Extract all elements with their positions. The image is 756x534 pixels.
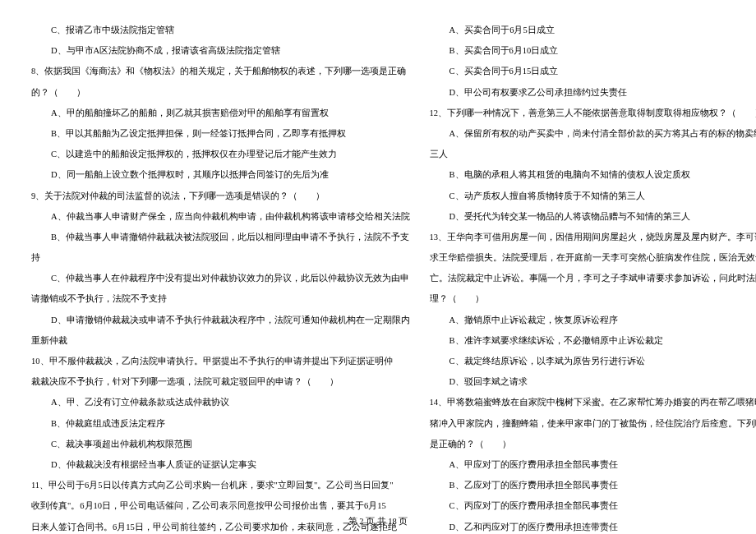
option-line: D、驳回李斌之请求 xyxy=(430,371,756,392)
question-line: 收到传真"。6月10日，甲公司电话催问，乙公司表示同意按甲公司报价出售，要其于6… xyxy=(31,495,410,516)
option-line: B、仲裁当事人申请撤销仲裁裁决被法院驳回，此后以相同理由申请不予执行，法院不予支 xyxy=(31,227,410,247)
continuation-line: 三人 xyxy=(430,144,756,164)
question-line: 裁裁决应不予执行，针对下列哪一选项，法院可裁定驳回甲的申请？（ ） xyxy=(31,371,410,392)
option-line: C、仲裁当事人在仲裁程序中没有提出对仲裁协议效力的异议，此后以仲裁协议无效为由申 xyxy=(31,268,410,288)
option-line: B、甲以其船舶为乙设定抵押担保，则一经签订抵押合同，乙即享有抵押权 xyxy=(31,123,410,144)
option-line: D、同一船舶上设立数个抵押权时，其顺序以抵押合同签订的先后为准 xyxy=(31,164,410,185)
option-line: C、报请乙市中级法院指定管辖 xyxy=(31,20,410,40)
question-line: 是正确的？（ ） xyxy=(430,434,756,454)
continuation-line: 请撤销或不予执行，法院不予支持 xyxy=(31,288,410,309)
option-line: A、保留所有权的动产买卖中，尚未付清全部价款的买方将其占有的标的物卖给不知情的第 xyxy=(430,123,756,144)
left-column: C、报请乙市中级法院指定管辖 D、与甲市A区法院协商不成，报请该省高级法院指定管… xyxy=(31,20,410,501)
question-line: 猪冲入甲家院内，撞翻蜂箱，使来甲家串门的丁被蛰伤，经住院治疗后痊愈。下列哪一种说… xyxy=(430,413,756,434)
option-line: C、买卖合同于6月15日成立 xyxy=(430,61,756,81)
option-line: B、买卖合同于6月10日成立 xyxy=(430,40,756,61)
option-line: A、撤销原中止诉讼裁定，恢复原诉讼程序 xyxy=(430,310,756,330)
option-line: A、买卖合同于6月5日成立 xyxy=(430,20,756,40)
option-line: C、动产质权人擅自将质物转质于不知情的第三人 xyxy=(430,186,756,206)
option-line: C、裁定终结原诉讼，以李斌为原告另行进行诉讼 xyxy=(430,351,756,371)
question-line: 的？（ ） xyxy=(31,82,410,103)
option-line: D、甲公司有权要求乙公司承担缔约过失责任 xyxy=(430,82,756,103)
option-line: B、乙应对丁的医疗费用承担全部民事责任 xyxy=(430,475,756,495)
option-line: D、仲裁裁决没有根据经当事人质证的证据认定事实 xyxy=(31,454,410,475)
option-line: D、申请撤销仲裁裁决或申请不予执行仲裁裁决程序中，法院可通知仲裁机构在一定期限内 xyxy=(31,310,410,330)
option-line: D、与甲市A区法院协商不成，报请该省高级法院指定管辖 xyxy=(31,40,410,61)
question-line: 13、王华向李可借用房屋一间，因借用期间房屋起火，烧毁房屋及屋内财产。李可诉至法… xyxy=(430,227,756,247)
option-line: A、仲裁当事人申请财产保全，应当向仲裁机构申请，由仲裁机构将该申请移交给相关法院 xyxy=(31,206,410,227)
continuation-line: 持 xyxy=(31,247,410,268)
question-line: 11、甲公司于6月5日以传真方式向乙公司求购一台机床，要求"立即回复"。乙公司当… xyxy=(31,475,410,495)
page-footer: 第 2 页 共 18 页 xyxy=(0,516,756,527)
question-line: 14、甲将数箱蜜蜂放在自家院中槐树下采蜜。在乙家帮忙筹办婚宴的丙在帮乙喂猪时忘关… xyxy=(430,392,756,412)
option-line: C、以建造中的船舶设定抵押权的，抵押权仅在办理登记后才能产生效力 xyxy=(31,144,410,164)
option-line: C、裁决事项超出仲裁机构权限范围 xyxy=(31,434,410,454)
option-line: A、甲应对丁的医疗费用承担全部民事责任 xyxy=(430,454,756,475)
question-line: 亡。法院裁定中止诉讼。事隔一个月，李可之子李斌申请要求参加诉讼，问此时法院应如何… xyxy=(430,268,756,288)
right-column: A、买卖合同于6月5日成立 B、买卖合同于6月10日成立 C、买卖合同于6月15… xyxy=(430,20,756,501)
question-line: 9、关于法院对仲裁的司法监督的说法，下列哪一选项是错误的？（ ） xyxy=(31,186,410,206)
question-line: 理？（ ） xyxy=(430,288,756,309)
question-line: 求王华赔偿损失。法院受理后，在开庭前一天李可突然心脏病发作住院，医治无效于第二日… xyxy=(430,247,756,268)
option-line: A、甲、乙没有订立仲裁条款或达成仲裁协议 xyxy=(31,392,410,412)
option-line: B、准许李斌要求继续诉讼，不必撤销原中止诉讼裁定 xyxy=(430,330,756,351)
question-line: 8、依据我国《海商法》和《物权法》的相关规定，关于船舶物权的表述，下列哪一选项是… xyxy=(31,61,410,81)
option-line: B、仲裁庭组成违反法定程序 xyxy=(31,413,410,434)
exam-page: C、报请乙市中级法院指定管辖 D、与甲市A区法院协商不成，报请该省高级法院指定管… xyxy=(0,0,756,501)
question-line: 10、甲不服仲裁裁决，乙向法院申请执行。甲据提出不予执行的申请并提出下列证据证明… xyxy=(31,351,410,371)
option-line: B、电脑的承租人将其租赁的电脑向不知情的债权人设定质权 xyxy=(430,164,756,185)
option-line: C、丙应对丁的医疗费用承担全部民事责任 xyxy=(430,495,756,516)
question-line: 12、下列哪一种情况下，善意第三人不能依据善意取得制度取得相应物权？（ ） xyxy=(430,103,756,123)
option-line: D、受托代为转交某一物品的人将该物品赠与不知情的第三人 xyxy=(430,206,756,227)
continuation-line: 重新仲裁 xyxy=(31,330,410,351)
option-line: A、甲的船舶撞坏乙的船舶，则乙就其损害赔偿对甲的船舶享有留置权 xyxy=(31,103,410,123)
